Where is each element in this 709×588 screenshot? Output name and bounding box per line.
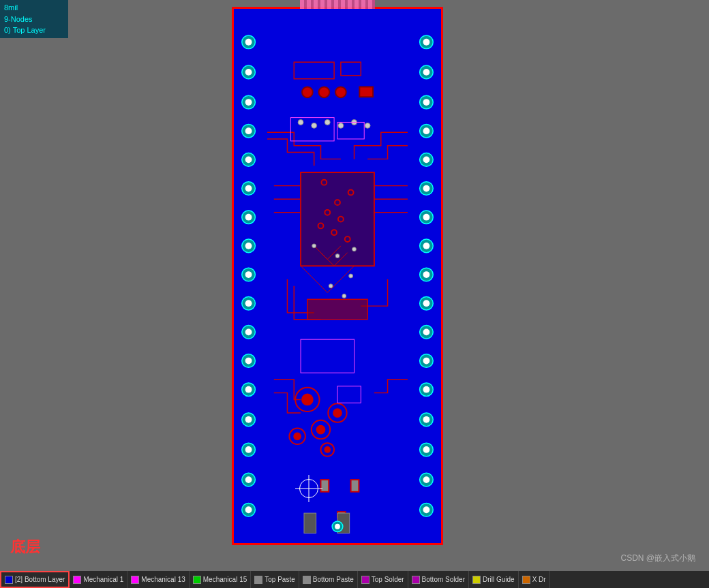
svg-point-71 bbox=[319, 87, 330, 97]
svg-point-11 bbox=[245, 185, 252, 192]
svg-point-103 bbox=[312, 244, 316, 248]
svg-point-105 bbox=[352, 247, 357, 251]
layer-color-mechanical-13 bbox=[131, 576, 139, 584]
layer-label-mechanical-15: Mechanical 15 bbox=[203, 576, 247, 583]
layer-label-mechanical-13: Mechanical 13 bbox=[141, 576, 185, 583]
pcb-board[interactable] bbox=[232, 7, 443, 545]
layer-item-top-solder[interactable]: Top Solder bbox=[358, 571, 408, 588]
svg-point-107 bbox=[342, 294, 346, 298]
layer-item-extra-1[interactable]: Drill Guide bbox=[469, 571, 519, 588]
info-line2: 9-Nodes bbox=[4, 14, 64, 25]
crosshair bbox=[295, 475, 322, 502]
top-connector bbox=[300, 0, 375, 9]
layer-label-extra-1: Drill Guide bbox=[483, 576, 515, 583]
svg-rect-75 bbox=[307, 299, 367, 319]
svg-point-35 bbox=[423, 39, 430, 46]
layer-item-bottom-layer[interactable]: [2] Bottom Layer bbox=[0, 571, 70, 588]
layer-item-mechanical-15[interactable]: Mechanical 15 bbox=[190, 571, 251, 588]
svg-rect-73 bbox=[359, 87, 373, 97]
svg-point-45 bbox=[423, 185, 430, 192]
svg-rect-95 bbox=[351, 480, 359, 492]
svg-point-41 bbox=[423, 127, 430, 134]
layer-label-top-paste: Top Paste bbox=[265, 576, 295, 583]
svg-point-55 bbox=[423, 328, 430, 335]
svg-point-102 bbox=[365, 123, 370, 128]
svg-point-37 bbox=[423, 69, 430, 76]
layer-color-extra-2 bbox=[522, 576, 530, 584]
svg-rect-111 bbox=[301, 339, 354, 373]
layer-label-bottom-paste: Bottom Paste bbox=[313, 576, 354, 583]
svg-point-1 bbox=[245, 39, 252, 46]
svg-point-57 bbox=[423, 358, 430, 365]
svg-point-23 bbox=[245, 358, 252, 365]
bottom-label: 底层 bbox=[10, 537, 40, 557]
svg-point-43 bbox=[423, 156, 430, 163]
layer-item-extra-2[interactable]: X Dr bbox=[519, 571, 550, 588]
svg-point-93 bbox=[325, 447, 330, 452]
svg-point-21 bbox=[245, 328, 252, 335]
crosshair-circle bbox=[299, 479, 318, 498]
svg-point-3 bbox=[245, 69, 252, 76]
svg-point-29 bbox=[245, 446, 252, 453]
svg-point-15 bbox=[245, 243, 252, 249]
svg-point-70 bbox=[302, 87, 313, 97]
svg-point-5 bbox=[245, 99, 252, 106]
layer-color-top-solder bbox=[361, 576, 369, 584]
status-bar: [2] Bottom LayerMechanical 1Mechanical 1… bbox=[0, 571, 709, 588]
layer-item-bottom-paste[interactable]: Bottom Paste bbox=[299, 571, 358, 588]
svg-point-72 bbox=[335, 87, 346, 97]
svg-point-116 bbox=[335, 524, 340, 529]
svg-point-9 bbox=[245, 156, 252, 163]
svg-point-87 bbox=[333, 409, 342, 417]
svg-point-47 bbox=[423, 214, 430, 221]
info-panel: 8mil 9-Nodes 0) Top Layer bbox=[0, 0, 68, 38]
svg-rect-113 bbox=[304, 513, 316, 533]
layer-color-mechanical-15 bbox=[193, 576, 201, 584]
svg-point-53 bbox=[423, 300, 430, 307]
svg-point-65 bbox=[423, 476, 430, 483]
svg-point-104 bbox=[335, 254, 340, 258]
layer-color-top-paste bbox=[254, 576, 262, 584]
svg-point-108 bbox=[349, 274, 353, 278]
svg-point-106 bbox=[329, 284, 333, 288]
pcb-traces bbox=[234, 9, 441, 543]
layer-item-mechanical-13[interactable]: Mechanical 13 bbox=[127, 571, 189, 588]
layer-color-bottom-layer bbox=[5, 576, 13, 584]
layer-item-top-paste[interactable]: Top Paste bbox=[251, 571, 299, 588]
svg-point-7 bbox=[245, 127, 252, 134]
svg-point-27 bbox=[245, 416, 252, 423]
svg-rect-68 bbox=[294, 62, 334, 79]
watermark: CSDN @嵌入式小鹅 bbox=[620, 553, 695, 564]
layer-color-bottom-solder bbox=[412, 576, 420, 584]
svg-point-100 bbox=[338, 123, 344, 128]
layer-item-bottom-solder[interactable]: Bottom Solder bbox=[408, 571, 469, 588]
layer-label-bottom-solder: Bottom Solder bbox=[422, 576, 465, 583]
svg-point-51 bbox=[423, 271, 430, 278]
svg-point-67 bbox=[423, 506, 430, 513]
pcb-canvas bbox=[89, 0, 586, 559]
layer-color-extra-1 bbox=[472, 576, 481, 584]
svg-rect-69 bbox=[341, 62, 361, 76]
svg-point-13 bbox=[245, 214, 252, 221]
info-line1: 8mil bbox=[4, 2, 64, 14]
svg-point-39 bbox=[423, 99, 430, 106]
svg-point-59 bbox=[423, 386, 430, 393]
svg-point-98 bbox=[312, 123, 317, 128]
svg-point-85 bbox=[302, 394, 313, 405]
svg-point-19 bbox=[245, 300, 252, 307]
svg-point-49 bbox=[423, 243, 430, 249]
svg-point-63 bbox=[423, 446, 430, 453]
svg-point-89 bbox=[317, 426, 325, 434]
svg-point-61 bbox=[423, 416, 430, 423]
svg-point-91 bbox=[294, 433, 301, 439]
layer-label-mechanical-1: Mechanical 1 bbox=[83, 576, 123, 583]
svg-point-17 bbox=[245, 271, 252, 278]
svg-point-31 bbox=[245, 476, 252, 483]
layer-label-extra-2: X Dr bbox=[532, 576, 546, 583]
layer-item-mechanical-1[interactable]: Mechanical 1 bbox=[70, 571, 127, 588]
layer-color-mechanical-1 bbox=[73, 576, 81, 584]
svg-point-33 bbox=[245, 506, 252, 513]
layer-label-bottom-layer: [2] Bottom Layer bbox=[15, 576, 65, 583]
layer-color-bottom-paste bbox=[303, 576, 311, 584]
svg-rect-112 bbox=[337, 386, 361, 403]
